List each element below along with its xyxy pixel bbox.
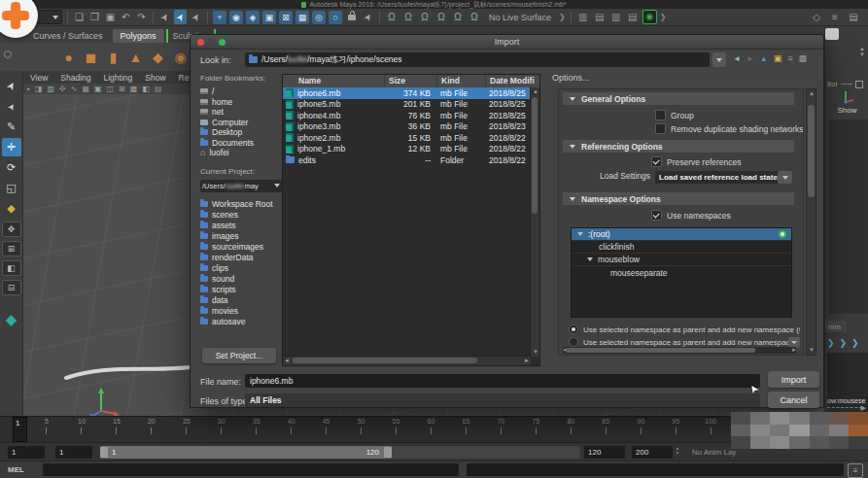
script-editor-icon[interactable]: ≡ [848, 463, 863, 478]
rotate-tool[interactable]: ⟳ [2, 158, 21, 177]
panel-icon[interactable]: ▪ [27, 85, 30, 93]
range-slider[interactable]: 1 120 [100, 446, 580, 459]
path-dropdown-button[interactable] [712, 52, 726, 67]
new-folder-icon[interactable]: ▣ [774, 53, 782, 63]
options-vertical-scrollbar[interactable]: ▲ ▼ [806, 88, 816, 356]
scrollbar-thumb[interactable] [566, 348, 755, 353]
poly-sphere-icon[interactable]: ● [60, 48, 77, 67]
list-view-icon[interactable]: ≡ [787, 53, 792, 63]
hand-icon[interactable]: ❯ [827, 338, 835, 348]
preserve-references-checkbox[interactable] [651, 156, 662, 167]
panel-icon[interactable]: ▤ [155, 85, 162, 93]
load-settings-dropdown[interactable]: Load saved reference load state [655, 171, 778, 184]
layout-four-pane-button[interactable]: ⊞ [2, 241, 21, 256]
animation-end-field[interactable]: 200 [632, 446, 673, 459]
undo-icon[interactable]: ↶ [120, 10, 132, 24]
render-settings-icon[interactable]: ▥ [609, 12, 623, 22]
scrollbar-thumb[interactable] [293, 358, 477, 363]
render-icon[interactable]: ▥ [576, 12, 590, 22]
forward-icon[interactable]: ► [746, 54, 754, 63]
scroll-up-icon[interactable]: ▲ [533, 87, 538, 96]
bookmark-root[interactable]: / [200, 86, 282, 97]
scroll-right-icon[interactable]: ► [791, 346, 797, 355]
snap-to-grid-icon[interactable]: Ω [385, 12, 399, 22]
expand-triangle-icon[interactable] [587, 257, 593, 261]
render-sequence-icon[interactable]: ▤ [626, 12, 640, 22]
select-by-component-icon[interactable]: ➤ [190, 10, 202, 24]
poly-cone-icon[interactable]: ▲ [127, 48, 144, 67]
dialog-title-bar[interactable]: Import [191, 35, 823, 50]
tool-icon-6[interactable]: ▦ [295, 11, 309, 24]
paint-select-tool[interactable]: ✎ [2, 118, 21, 136]
bookmark-user-home[interactable]: ⌂luofei [200, 148, 282, 158]
open-scene-icon[interactable]: ❐ [88, 10, 101, 24]
set-project-button[interactable]: Set Project... [202, 348, 276, 363]
close-button[interactable] [197, 39, 204, 46]
files-of-type-select[interactable]: All Files [245, 393, 760, 407]
cancel-button[interactable]: Cancel [768, 392, 819, 408]
look-in-path-field[interactable]: /Users/luofei/maya练习/iphone/scenes [245, 52, 710, 67]
spinner-dots-icon[interactable] [677, 448, 678, 454]
shelf-popup-icon[interactable] [4, 51, 12, 58]
import-button[interactable]: Import [768, 371, 819, 388]
select-by-hierarchy-icon[interactable]: ➤ [158, 10, 171, 24]
select-tool[interactable]: ➤ [2, 77, 21, 95]
remove-duplicate-shading-row[interactable]: Remove duplicate shading networks [655, 123, 804, 134]
last-tool-icon[interactable]: ◆ [2, 199, 21, 218]
file-row[interactable]: iphone5.mb 201 KB mb File 2018/8/25 [283, 99, 539, 111]
referencing-options-header[interactable]: Referencing Options [563, 140, 794, 153]
bookmark-home[interactable]: home [200, 97, 282, 108]
panel-icon[interactable]: ▥ [47, 85, 54, 93]
project-folder-item[interactable]: sourceimages [200, 242, 282, 253]
panel-icon[interactable]: ▦ [82, 85, 89, 93]
scrollbar-thumb[interactable] [532, 97, 538, 214]
current-frame-indicator[interactable]: 1 [13, 417, 27, 442]
snap-to-projected-center-icon[interactable]: Ω [434, 12, 448, 22]
scrollbar-thumb[interactable] [808, 105, 815, 197]
scroll-up-icon[interactable]: ▲ [809, 89, 815, 98]
radio-unselected[interactable] [569, 337, 578, 347]
layout-persp-outliner-button[interactable]: ◧ [2, 260, 21, 276]
panel-menu-show[interactable]: Show [145, 73, 165, 83]
bookmark-net[interactable]: net [200, 107, 282, 118]
column-header-name[interactable]: Name [283, 75, 384, 87]
tool-icon-1[interactable]: + [213, 11, 226, 24]
bookmark-desktop[interactable]: Desktop [200, 127, 282, 138]
file-row[interactable]: edits -- Folder 2018/8/22 [283, 154, 539, 166]
project-folder-item[interactable]: scripts [200, 285, 282, 295]
playback-start-field[interactable]: 1 [55, 446, 92, 459]
channel-box-toggle-icon[interactable]: ≡ [828, 12, 842, 22]
save-scene-icon[interactable]: ▣ [104, 10, 117, 24]
namespace-options-header[interactable]: Namespace Options [563, 192, 794, 205]
panel-icon[interactable]: ◫ [107, 85, 115, 93]
scroll-right-icon[interactable]: ► [524, 357, 530, 365]
bookmark-documents[interactable]: Documents [200, 138, 282, 149]
animation-start-field[interactable]: 1 [8, 446, 45, 459]
window-icon[interactable] [855, 81, 863, 88]
project-folder-item[interactable]: movies [200, 306, 282, 317]
namespace-radio-parent-file[interactable]: Use selected namespace as parent and add… [569, 324, 800, 334]
column-header-size[interactable]: Size [384, 75, 436, 87]
panel-menu-lighting[interactable]: Lighting [103, 73, 132, 83]
lasso-tool[interactable]: ➤ [2, 97, 21, 116]
project-folder-item[interactable]: scenes [200, 210, 282, 221]
tool-icon-4[interactable]: ▣ [262, 11, 276, 24]
snap-to-point-icon[interactable]: Ω [418, 12, 432, 22]
tool-icon-8[interactable]: ○ [329, 11, 342, 24]
up-directory-icon[interactable]: ▲ [760, 54, 768, 63]
file-row[interactable]: iphone_1.mb 12 KB mb File 2018/8/22 [283, 144, 539, 155]
project-folder-item[interactable]: assets [200, 221, 282, 231]
detail-view-icon[interactable]: ▦ [799, 53, 808, 63]
panel-icon[interactable]: ◨ [35, 85, 43, 93]
tool-icon-3[interactable]: ◈ [246, 11, 260, 24]
tool-icon-5[interactable]: ⊠ [279, 11, 293, 24]
scale-tool[interactable]: ◱ [2, 179, 21, 197]
project-folder-item[interactable]: sound [200, 274, 282, 285]
select-by-object-icon[interactable]: ➤ [174, 10, 187, 24]
file-list-horizontal-scrollbar[interactable]: ◄ ► [283, 356, 531, 365]
panel-icon[interactable]: ▩ [130, 85, 138, 93]
panel-menu-view[interactable]: View [30, 73, 48, 83]
scroll-left-icon[interactable]: ◄ [284, 357, 290, 365]
panel-icon[interactable]: ◧ [142, 85, 150, 93]
tool-icon-7[interactable]: ◎ [312, 11, 326, 24]
